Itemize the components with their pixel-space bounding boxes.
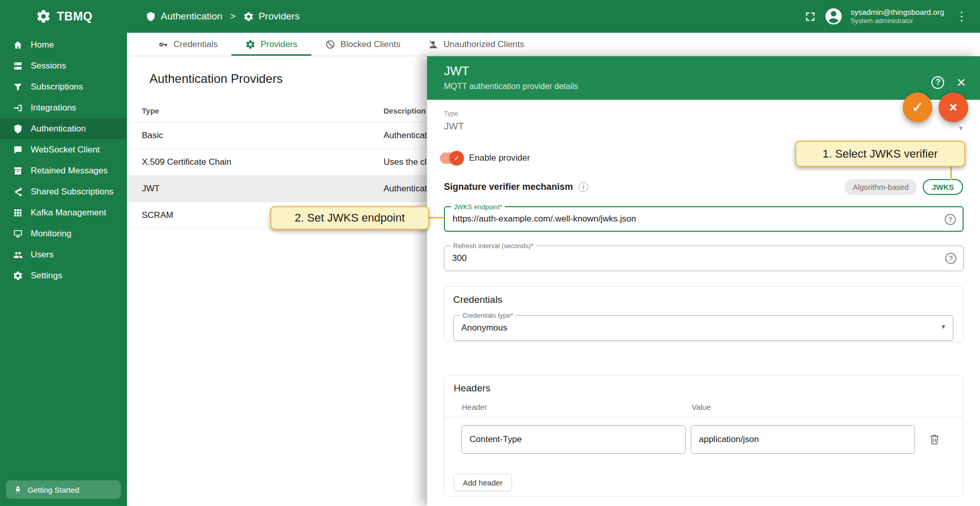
callout-2-connector <box>428 217 444 218</box>
jwks-endpoint-label: JWKS endpoint* <box>451 203 505 211</box>
cell-type: X.509 Certificate Chain <box>127 157 384 167</box>
user-avatar[interactable] <box>824 7 843 26</box>
sidebar-item-kafka-management[interactable]: Kafka Management <box>0 202 127 223</box>
chevron-down-icon: ▾ <box>942 322 945 331</box>
account-circle-icon <box>824 7 843 26</box>
delete-header-button[interactable] <box>928 433 941 446</box>
tab-providers[interactable]: Providers <box>231 33 311 56</box>
fullscreen-button[interactable] <box>804 10 817 23</box>
topbar-actions: sysadmin@thingsboard.org System administ… <box>804 7 980 26</box>
sidebar-item-subscriptions[interactable]: Subscriptions <box>0 76 127 97</box>
close-icon: × <box>949 100 957 116</box>
monitoring-icon <box>13 229 23 239</box>
credentials-type-value: Anonymous <box>454 316 953 340</box>
sidebar-item-authentication[interactable]: Authentication <box>0 118 127 139</box>
headers-table-header: Header Value <box>444 397 963 417</box>
apply-changes-fab[interactable]: ✓ <box>903 93 932 122</box>
authentication-shield-icon <box>13 124 23 134</box>
breadcrumb-providers[interactable]: Providers <box>243 11 300 22</box>
credentials-type-select[interactable]: Credentials type* Anonymous ▾ <box>453 315 953 341</box>
help-icon[interactable]: ? <box>945 253 956 264</box>
sidebar-item-sessions[interactable]: Sessions <box>0 55 127 76</box>
tab-credentials[interactable]: Credentials <box>144 33 231 56</box>
header-value-input[interactable] <box>691 425 915 454</box>
signature-verifier-label: Signature verifier mechanism <box>444 182 573 192</box>
cell-type: Basic <box>127 130 384 141</box>
kebab-menu-icon[interactable]: ⋮ <box>951 9 972 24</box>
type-label: Type <box>444 109 964 117</box>
tab-label: Unauthorized Clients <box>443 39 524 50</box>
retained-messages-icon <box>13 166 23 176</box>
tab-label: Credentials <box>174 39 218 50</box>
home-icon <box>13 40 23 50</box>
add-header-button[interactable]: Add header <box>454 474 512 491</box>
headers-card: Headers Header Value Add header <box>444 375 964 497</box>
tab-blocked-clients[interactable]: Blocked Clients <box>311 33 414 56</box>
app-logo[interactable]: TBMQ <box>0 9 127 24</box>
callout-step-2: 2. Set JWKS endpoint <box>270 206 429 230</box>
help-icon[interactable]: ? <box>945 214 956 225</box>
headers-title: Headers <box>444 383 963 394</box>
refresh-interval-label: Refresh interval (seconds)* <box>451 242 536 250</box>
sidebar-item-shared-subscriptions[interactable]: Shared Subscriptions <box>0 181 127 202</box>
jwt-provider-drawer: JWT MQTT authentication provider details… <box>427 56 980 506</box>
chevron-down-icon: ▾ <box>959 124 963 132</box>
sidebar-item-label: Monitoring <box>31 229 71 239</box>
sidebar-item-home[interactable]: Home <box>0 34 127 55</box>
sidebar-item-label: Authentication <box>31 124 86 134</box>
enable-provider-row: ✓ Enable provider <box>440 152 530 164</box>
header-name-input[interactable] <box>461 425 686 454</box>
breadcrumb-authentication[interactable]: Authentication <box>145 11 222 22</box>
trash-icon <box>928 433 941 446</box>
sidebar-item-retained-messages[interactable]: Retained Messages <box>0 160 127 181</box>
sidebar-item-users[interactable]: Users <box>0 244 127 265</box>
column-header-header: Header <box>444 403 692 411</box>
gear-icon <box>243 11 254 22</box>
sidebar-item-monitoring[interactable]: Monitoring <box>0 223 127 244</box>
gear-icon <box>245 39 255 50</box>
app-root: TBMQ Authentication > Providers sysadmin… <box>0 0 980 506</box>
drawer-header: JWT MQTT authentication provider details… <box>427 56 980 100</box>
brand-name: TBMQ <box>57 10 93 24</box>
info-icon[interactable]: i <box>579 182 588 192</box>
help-icon[interactable]: ? <box>931 76 944 89</box>
jwks-chip[interactable]: JWKS <box>923 179 963 195</box>
sidebar-item-label: Retained Messages <box>31 166 108 176</box>
drawer-header-actions: ? × <box>931 75 966 90</box>
user-email: sysadmin@thingsboard.org <box>850 7 944 17</box>
sidebar-item-websocket-client[interactable]: WebSocket Client <box>0 139 127 160</box>
sidebar-item-integrations[interactable]: Integrations <box>0 97 127 118</box>
user-meta: sysadmin@thingsboard.org System administ… <box>850 7 944 26</box>
getting-started-button[interactable]: Getting Started <box>6 480 121 499</box>
credentials-type-label: Credentials type* <box>460 312 516 319</box>
tbmq-logo-icon <box>36 9 51 24</box>
drawer-title: JWT <box>444 64 980 78</box>
key-icon <box>158 39 168 50</box>
type-value: JWT <box>444 121 964 132</box>
callout-1-connector <box>950 166 952 180</box>
tab-label: Blocked Clients <box>340 39 400 50</box>
drawer-subtitle: MQTT authentication provider details <box>444 82 980 91</box>
sidebar-item-label: Settings <box>31 271 62 281</box>
top-header: TBMQ Authentication > Providers sysadmin… <box>0 0 980 33</box>
discard-changes-fab[interactable]: × <box>939 93 968 122</box>
check-icon: ✓ <box>912 99 924 116</box>
users-icon <box>13 250 23 260</box>
enable-provider-toggle[interactable]: ✓ <box>440 152 462 164</box>
type-select: Type JWT ▾ <box>444 109 964 132</box>
sidebar-item-settings[interactable]: Settings <box>0 265 127 286</box>
sidebar-item-label: Sessions <box>31 61 66 71</box>
callout-step-1: 1. Select JWKS verifier <box>795 141 965 167</box>
getting-started-label: Getting Started <box>28 486 79 494</box>
tab-unauthorized-clients[interactable]: Unauthorized Clients <box>414 33 538 56</box>
breadcrumb-label: Authentication <box>161 11 222 22</box>
jwks-endpoint-input[interactable] <box>445 207 931 231</box>
breadcrumb-separator: > <box>230 11 236 22</box>
close-icon[interactable]: × <box>956 75 966 90</box>
enable-provider-label: Enable provider <box>469 153 530 163</box>
tab-label: Providers <box>261 39 297 50</box>
sidebar-item-label: WebSocket Client <box>31 145 100 155</box>
refresh-interval-input[interactable] <box>444 246 931 271</box>
algorithm-based-chip[interactable]: Algorithm-based <box>844 179 917 195</box>
refresh-interval-field: Refresh interval (seconds)* ? <box>444 246 964 271</box>
